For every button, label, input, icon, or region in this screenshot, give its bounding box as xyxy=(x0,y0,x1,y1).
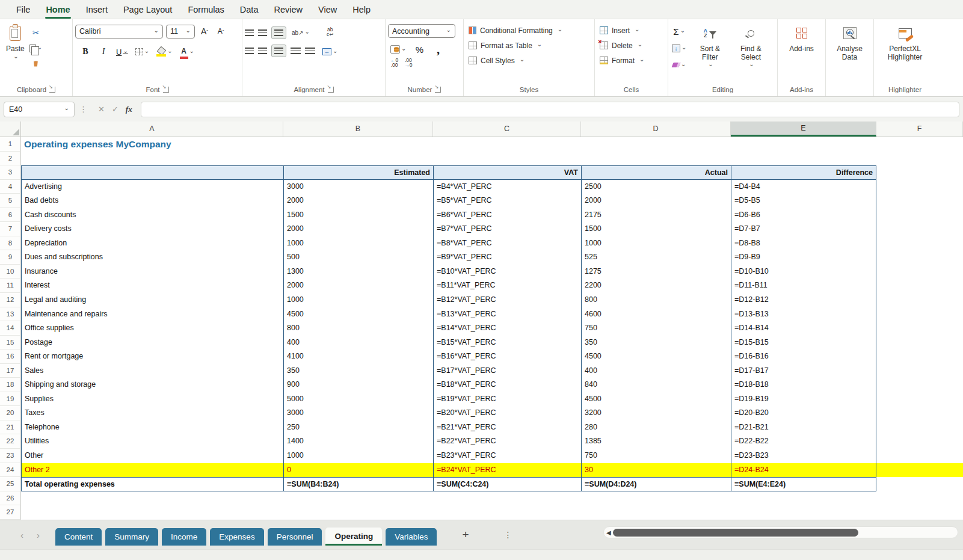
cell-D22[interactable]: 1385 xyxy=(581,434,731,449)
cell-E4[interactable]: =D4-B4 xyxy=(731,180,876,194)
cell-F1[interactable] xyxy=(876,137,963,152)
cell-B19[interactable]: 5000 xyxy=(283,392,433,407)
increase-decimal-button[interactable]: ←0.00 xyxy=(390,58,398,67)
cell-A11[interactable]: Interest xyxy=(21,278,283,293)
column-header-F[interactable]: F xyxy=(876,122,963,137)
cell-A7[interactable]: Delivery costs xyxy=(21,222,283,236)
cell-A12[interactable]: Legal and auditing xyxy=(21,293,283,307)
analyse-data-button[interactable]: Analyse Data xyxy=(828,22,871,83)
cell-E18[interactable]: =D18-B18 xyxy=(731,378,876,392)
row-header-12[interactable]: 12 xyxy=(0,293,21,307)
cell-C23[interactable]: =B23*VAT_PERC xyxy=(433,449,581,463)
cell-F14[interactable] xyxy=(876,321,963,336)
cell-E25[interactable]: =SUM(E4:E24) xyxy=(731,477,876,491)
cell-F25[interactable] xyxy=(876,477,963,491)
cell-D17[interactable]: 400 xyxy=(581,364,731,378)
cell-B16[interactable]: 4100 xyxy=(283,349,433,364)
cell-F10[interactable] xyxy=(876,265,963,279)
cell-F8[interactable] xyxy=(876,236,963,251)
cell-E7[interactable]: =D7-B7 xyxy=(731,222,876,236)
number-format-select[interactable]: Accounting xyxy=(388,24,455,38)
cell-E20[interactable]: =D20-B20 xyxy=(731,406,876,420)
format-as-table-button[interactable]: Format as Table xyxy=(466,38,592,53)
cell-F26[interactable] xyxy=(876,491,963,506)
cell-A15[interactable]: Postage xyxy=(21,336,283,350)
cell-A18[interactable]: Shipping and storage xyxy=(21,378,283,392)
increase-font-button[interactable]: Aˆ xyxy=(198,24,211,38)
decrease-font-button[interactable]: Aˇ xyxy=(214,24,227,38)
cell-D9[interactable]: 525 xyxy=(581,250,731,265)
cell-D11[interactable]: 2200 xyxy=(581,278,731,293)
cell-B6[interactable]: 1500 xyxy=(283,208,433,223)
cell-E16[interactable]: =D16-B16 xyxy=(731,349,876,364)
cell-F23[interactable] xyxy=(876,449,963,463)
formula-bar-grip[interactable]: ⋮ xyxy=(77,105,90,114)
cell-A23[interactable]: Other xyxy=(21,449,283,463)
cell-A20[interactable]: Taxes xyxy=(21,406,283,420)
sheet-nav-next-button[interactable]: › xyxy=(37,530,40,540)
cell-C13[interactable]: =B13*VAT_PERC xyxy=(433,307,581,322)
cell-B5[interactable]: 2000 xyxy=(283,194,433,208)
menu-tab-formulas[interactable]: Formulas xyxy=(180,2,232,17)
cell-F3[interactable] xyxy=(876,165,963,180)
accounting-format-button[interactable] xyxy=(389,42,407,57)
cell-F27[interactable] xyxy=(876,505,963,520)
cell-C6[interactable]: =B6*VAT_PERC xyxy=(433,208,581,223)
row-header-9[interactable]: 9 xyxy=(0,250,21,265)
align-right-button[interactable] xyxy=(271,45,286,57)
perfectxl-highlighter-button[interactable]: PerfectXL Highlighter xyxy=(876,22,934,83)
cell-C14[interactable]: =B14*VAT_PERC xyxy=(433,321,581,336)
cell-B11[interactable]: 2000 xyxy=(283,278,433,293)
cell-E12[interactable]: =D12-B12 xyxy=(731,293,876,307)
cell-A3[interactable] xyxy=(21,165,283,180)
cell-F22[interactable] xyxy=(876,434,963,449)
cell-A27[interactable] xyxy=(21,505,283,520)
row-header-15[interactable]: 15 xyxy=(0,336,21,350)
row-header-16[interactable]: 16 xyxy=(0,349,21,364)
sort-filter-button[interactable]: AZ Sort & Filter xyxy=(691,22,728,83)
cell-B18[interactable]: 900 xyxy=(283,378,433,392)
cell-F9[interactable] xyxy=(876,250,963,265)
cell-F19[interactable] xyxy=(876,392,963,407)
cell-A6[interactable]: Cash discounts xyxy=(21,208,283,223)
borders-button[interactable] xyxy=(134,45,150,59)
row-header-3[interactable]: 3 xyxy=(0,165,21,180)
cell-A8[interactable]: Depreciation xyxy=(21,236,283,251)
cell-C16[interactable]: =B16*VAT_PERC xyxy=(433,349,581,364)
align-left-button[interactable] xyxy=(245,48,254,54)
cell-E22[interactable]: =D22-B22 xyxy=(731,434,876,449)
column-header-D[interactable]: D xyxy=(581,122,731,137)
cell-E3[interactable]: Difference xyxy=(731,165,876,180)
cell-B2[interactable] xyxy=(283,152,433,166)
cell-F13[interactable] xyxy=(876,307,963,322)
cell-D15[interactable]: 350 xyxy=(581,336,731,350)
insert-function-button[interactable]: fx xyxy=(126,105,132,114)
cell-D19[interactable]: 4500 xyxy=(581,392,731,407)
row-header-6[interactable]: 6 xyxy=(0,208,21,223)
cell-B12[interactable]: 1000 xyxy=(283,293,433,307)
font-size-select[interactable]: 11 xyxy=(166,25,195,38)
cell-D25[interactable]: =SUM(D4:D24) xyxy=(581,477,731,491)
sheet-options-button[interactable]: ⋮ xyxy=(504,530,512,540)
cell-B24[interactable]: 0 xyxy=(283,463,433,478)
cell-C27[interactable] xyxy=(433,505,581,520)
cell-D20[interactable]: 3200 xyxy=(581,406,731,420)
cell-F12[interactable] xyxy=(876,293,963,307)
cell-F2[interactable] xyxy=(876,152,963,166)
menu-tab-file[interactable]: File xyxy=(8,2,38,17)
cell-B27[interactable] xyxy=(283,505,433,520)
formula-input[interactable] xyxy=(141,102,959,117)
cell-B26[interactable] xyxy=(283,491,433,506)
cell-A25[interactable]: Total operating expenses xyxy=(21,477,283,491)
row-header-2[interactable]: 2 xyxy=(0,152,21,166)
cell-C11[interactable]: =B11*VAT_PERC xyxy=(433,278,581,293)
cell-E21[interactable]: =D21-B21 xyxy=(731,420,876,435)
menu-tab-view[interactable]: View xyxy=(310,2,345,17)
cell-A19[interactable]: Supplies xyxy=(21,392,283,407)
sheet-tab-summary[interactable]: Summary xyxy=(105,528,158,546)
cell-D16[interactable]: 4500 xyxy=(581,349,731,364)
cell-E14[interactable]: =D14-B14 xyxy=(731,321,876,336)
cell-D2[interactable] xyxy=(581,152,731,166)
cell-D7[interactable]: 1500 xyxy=(581,222,731,236)
cell-C22[interactable]: =B22*VAT_PERC xyxy=(433,434,581,449)
